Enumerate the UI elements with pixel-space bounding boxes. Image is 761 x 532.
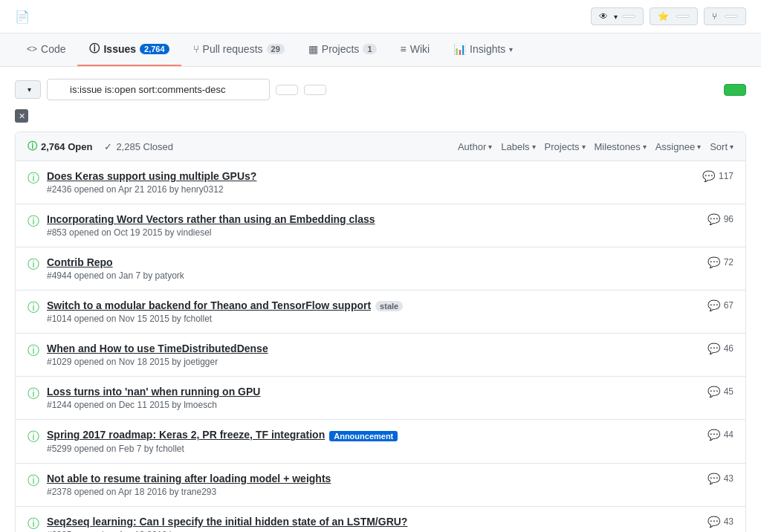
issue-author-link[interactable]: joetigger [184, 357, 218, 367]
star-button[interactable]: ⭐ [650, 7, 698, 25]
issue-title-link[interactable]: Loss turns into 'nan' when running on GP… [47, 386, 260, 398]
projects-filter[interactable]: Projects ▾ [545, 141, 586, 152]
insights-chevron: ▾ [509, 45, 513, 53]
closed-count-value: 2,285 Closed [116, 141, 173, 152]
issue-meta: #1014 opened on Nov 15 2015 by fchollet [47, 314, 700, 324]
issue-title-row: Loss turns into 'nan' when running on GP… [47, 386, 700, 398]
issue-content: Does Keras support using multiple GPUs? … [47, 170, 695, 195]
fork-count [725, 15, 738, 18]
issue-comments[interactable]: 💬 43 [707, 516, 734, 528]
issue-meta: #5299 opened on Feb 7 by fchollet [47, 444, 700, 454]
issue-opened: opened on Nov 18 2015 by [74, 357, 184, 367]
issue-number: #4944 [47, 270, 71, 281]
issue-comments[interactable]: 💬 44 [707, 429, 734, 441]
closed-issues-count[interactable]: ✓ 2,285 Closed [104, 141, 173, 152]
tab-code[interactable]: <> Code [15, 34, 77, 65]
issue-opened: opened on Jan 7 by [74, 270, 155, 281]
search-input[interactable] [47, 79, 270, 100]
issues-header-left: ⓘ 2,764 Open ✓ 2,285 Closed [27, 140, 173, 153]
tab-pull-requests[interactable]: ⑂ Pull requests 29 [181, 34, 297, 65]
issue-opened: opened on Apr 18 2016 by [74, 530, 179, 532]
issue-title-link[interactable]: Incorporating Word Vectors rather than u… [47, 213, 375, 225]
tab-wiki-label: Wiki [410, 43, 430, 55]
comment-icon: 💬 [707, 343, 720, 354]
filters-dropdown-button[interactable]: ▾ [15, 80, 41, 99]
tab-issues[interactable]: ⓘ Issues 2,764 [77, 33, 181, 66]
eye-icon: 👁 [599, 11, 608, 22]
fork-button[interactable]: ⑂ [704, 7, 746, 25]
issue-title-link[interactable]: Does Keras support using multiple GPUs? [47, 170, 256, 182]
issues-container: ⓘ 2,764 Open ✓ 2,285 Closed Author ▾ Lab… [15, 132, 746, 532]
issue-title-row: Seq2seq learning: Can I specify the init… [47, 516, 700, 528]
issue-content: Not able to resume training after loadin… [47, 473, 700, 497]
issue-author-link[interactable]: vindiesel [177, 227, 212, 238]
assignee-filter[interactable]: Assignee ▾ [655, 141, 701, 152]
issue-content: Contrib Repo #4944 opened on Jan 7 by pa… [47, 256, 700, 281]
labels-chevron: ▾ [532, 143, 536, 151]
issue-title-link[interactable]: When and How to use TimeDistributedDense [47, 343, 268, 354]
issue-open-icon: ⓘ [27, 343, 39, 359]
author-filter[interactable]: Author ▾ [458, 141, 492, 152]
issue-opened: opened on Dec 11 2015 by [74, 400, 184, 410]
issue-number: #853 [47, 227, 67, 238]
issue-row: ⓘ Switch to a modular backend for Theano… [16, 291, 745, 334]
issue-comments[interactable]: 💬 72 [707, 256, 734, 268]
tab-code-label: Code [41, 43, 65, 55]
issue-number: #2436 [47, 184, 71, 195]
issue-comments[interactable]: 💬 67 [707, 299, 734, 311]
issue-open-icon: ⓘ [27, 386, 39, 402]
issue-comments[interactable]: 💬 96 [707, 213, 734, 225]
comment-count: 46 [724, 343, 734, 354]
milestones-chevron: ▾ [643, 143, 647, 151]
issue-icon: ⓘ [89, 42, 100, 56]
issue-comments[interactable]: 💬 45 [707, 386, 734, 398]
issue-author-link[interactable]: fchollet [156, 444, 184, 454]
filter-chevron-icon: ▾ [27, 85, 31, 94]
issue-row: ⓘ Seq2seq learning: Can I specify the in… [16, 507, 745, 532]
milestones-filter[interactable]: Milestones ▾ [595, 141, 647, 152]
content-area: ▾ 🔍 ✕ ⓘ 2,764 Open ✓ 2,285 Closed [0, 67, 761, 532]
comment-count: 117 [719, 171, 734, 181]
issue-title-row: Switch to a modular backend for Theano a… [47, 299, 700, 311]
issue-author-link[interactable]: trane293 [181, 487, 216, 497]
tab-projects[interactable]: ▦ Projects 1 [297, 34, 389, 65]
issue-title-row: Spring 2017 roadmap: Keras 2, PR freeze,… [47, 429, 700, 441]
issue-comments[interactable]: 💬 117 [702, 170, 734, 182]
repo-path: 📄 [15, 10, 42, 24]
new-issue-button[interactable] [724, 84, 746, 96]
milestones-button[interactable] [304, 85, 326, 95]
nav-tabs: <> Code ⓘ Issues 2,764 ⑂ Pull requests 2… [0, 33, 761, 67]
sort-filter[interactable]: Sort ▾ [710, 141, 734, 152]
labels-filter[interactable]: Labels ▾ [501, 141, 535, 152]
comment-icon: 💬 [707, 386, 720, 398]
labels-button[interactable] [276, 85, 298, 95]
tab-wiki[interactable]: ≡ Wiki [389, 34, 442, 65]
issue-title-link[interactable]: Switch to a modular backend for Theano a… [47, 299, 371, 311]
tab-insights[interactable]: 📊 Insights ▾ [441, 34, 525, 65]
insights-icon: 📊 [453, 43, 466, 55]
tab-insights-label: Insights [470, 43, 505, 55]
open-circle-icon: ⓘ [27, 140, 37, 153]
clear-filter-button[interactable]: ✕ [15, 109, 28, 123]
issue-author-link[interactable]: patyork [155, 270, 184, 281]
issue-meta: #1029 opened on Nov 18 2015 by joetigger [47, 357, 700, 367]
issue-author-link[interactable]: fchollet [184, 314, 212, 324]
tab-pr-label: Pull requests [203, 43, 263, 55]
issue-title-link[interactable]: Seq2seq learning: Can I specify the init… [47, 516, 407, 528]
issue-title-link[interactable]: Spring 2017 roadmap: Keras 2, PR freeze,… [47, 429, 325, 441]
issue-opened: opened on Apr 21 2016 by [74, 184, 181, 195]
issue-comments[interactable]: 💬 43 [707, 473, 734, 484]
issue-title-row: When and How to use TimeDistributedDense [47, 343, 700, 354]
watch-button[interactable]: 👁 ▾ [591, 7, 644, 25]
issue-author-link[interactable]: lmoesch [184, 400, 217, 410]
comment-icon: 💬 [707, 256, 720, 268]
issue-title-link[interactable]: Not able to resume training after loadin… [47, 473, 331, 484]
issue-author-link[interactable]: henry0312 [181, 184, 224, 195]
page-header: 📄 👁 ▾ ⭐ ⑂ [0, 0, 761, 33]
stale-badge: stale [375, 301, 403, 311]
issue-comments[interactable]: 💬 46 [707, 343, 734, 354]
issue-open-icon: ⓘ [27, 214, 39, 230]
issue-title-link[interactable]: Contrib Repo [47, 256, 113, 268]
assignee-chevron: ▾ [697, 143, 701, 151]
comment-count: 45 [724, 386, 734, 397]
